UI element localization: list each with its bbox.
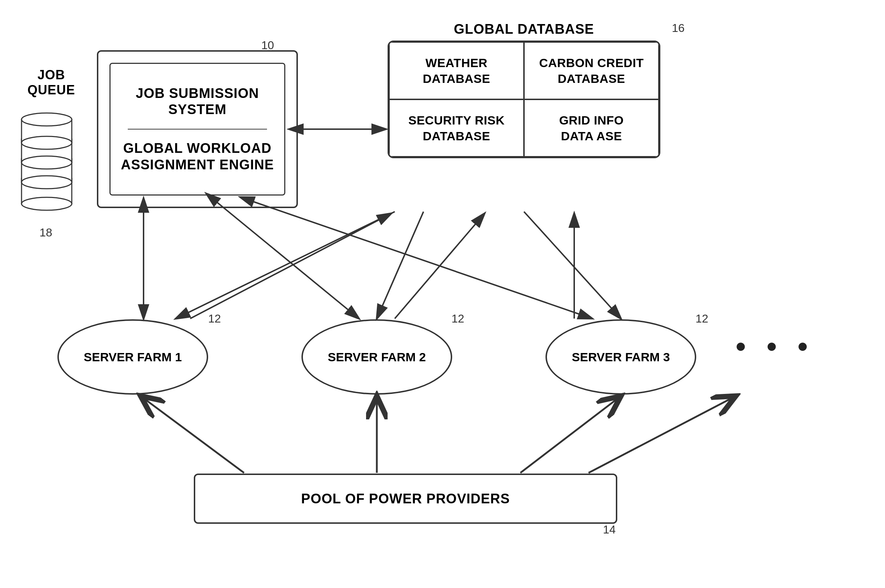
- db-cell-grid: GRID INFODATA ASE: [524, 99, 659, 157]
- global-database-container: GLOBAL DATABASE WEATHERDATABASE CARBON C…: [388, 21, 660, 158]
- ref-14: 14: [603, 523, 616, 536]
- power-to-sf1-arrow: [141, 396, 244, 473]
- ref-16: 16: [672, 21, 685, 35]
- db-cell-carbon: CARBON CREDITDATABASE: [524, 42, 659, 99]
- db-grid: WEATHERDATABASE CARBON CREDITDATABASE SE…: [389, 42, 659, 157]
- power-pool-label: POOL OF POWER PROVIDERS: [301, 491, 510, 507]
- db-to-sf3-arrow: [524, 212, 621, 319]
- submission-to-sf2-arrow: [215, 201, 359, 319]
- sf2-to-db-arrow: [395, 213, 484, 319]
- job-submission-box: JOB SUBMISSION SYSTEM GLOBAL WORKLOAD AS…: [97, 50, 298, 208]
- global-workload-title: GLOBAL WORKLOAD ASSIGNMENT ENGINE: [121, 140, 274, 173]
- power-to-sf4-arrow: [589, 396, 736, 473]
- ref-12-sf2: 12: [451, 312, 464, 326]
- power-pool-box: POOL OF POWER PROVIDERS: [194, 474, 617, 524]
- server-farm-2: SERVER FARM 2: [302, 319, 452, 394]
- ref-12-sf1: 12: [208, 312, 221, 326]
- db-cell-security: SECURITY RISKDATABASE: [389, 99, 524, 157]
- svg-point-10: [21, 113, 72, 126]
- diagram-container: JOB QUEUE 18 JOB SUBMISSION: [0, 0, 885, 588]
- svg-point-8: [21, 156, 72, 169]
- svg-point-11: [21, 136, 72, 149]
- ref-12-sf3: 12: [696, 312, 708, 326]
- ref-10: 10: [261, 39, 274, 52]
- server-farm-3: SERVER FARM 3: [545, 319, 696, 394]
- db-cell-weather: WEATHERDATABASE: [389, 42, 524, 99]
- global-db-header: GLOBAL DATABASE: [388, 21, 660, 37]
- server-farm-1: SERVER FARM 1: [57, 319, 208, 394]
- job-submission-title: JOB SUBMISSION SYSTEM: [111, 86, 284, 118]
- sf1-to-db-arrow: [190, 213, 391, 319]
- ref-18: 18: [39, 226, 53, 239]
- svg-point-5: [21, 176, 72, 189]
- db-to-sf1-arrow: [176, 212, 395, 319]
- db-to-sf2-arrow: [377, 212, 424, 319]
- continuation-dots: • • •: [736, 330, 814, 363]
- power-to-sf3-arrow: [520, 396, 621, 473]
- job-submission-inner: JOB SUBMISSION SYSTEM GLOBAL WORKLOAD AS…: [110, 63, 285, 195]
- global-db-box: WEATHERDATABASE CARBON CREDITDATABASE SE…: [388, 40, 660, 158]
- svg-point-2: [21, 197, 72, 210]
- submission-to-sf3-arrow: [251, 201, 592, 319]
- job-queue-cylinder: [18, 93, 72, 216]
